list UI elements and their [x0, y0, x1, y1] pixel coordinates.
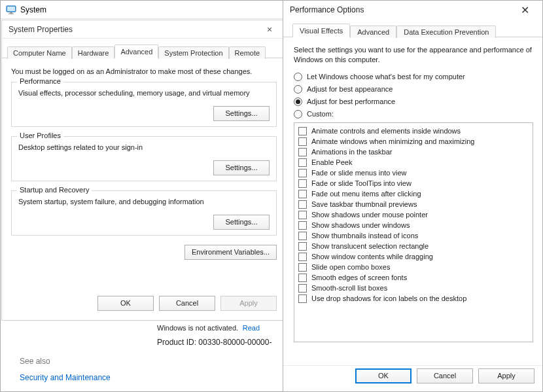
environment-variables-button[interactable]: Environment Variables... [184, 245, 277, 260]
checkbox-icon [298, 211, 307, 219]
checkbox-icon [298, 274, 307, 282]
visual-effects-list: Animate controls and elements inside win… [294, 122, 533, 342]
visual-effect-option[interactable]: Show shadows under windows [298, 221, 529, 230]
visual-effect-option[interactable]: Save taskbar thumbnail previews [298, 200, 529, 209]
visual-effect-label: Smooth-scroll list boxes [311, 284, 387, 292]
checkbox-icon [298, 242, 307, 251]
tab-hardware[interactable]: Hardware [72, 46, 115, 59]
read-link[interactable]: Read [243, 324, 260, 332]
visual-effect-option[interactable]: Show thumbnails instead of icons [298, 232, 529, 240]
product-id: Product ID: 00330-80000-00000- [157, 338, 272, 347]
checkbox-icon [298, 253, 307, 261]
user-profiles-settings-button[interactable]: Settings... [213, 160, 270, 175]
tab-dep[interactable]: Data Execution Prevention [396, 26, 496, 38]
radio-let-windows-choose[interactable]: Let Windows choose what's best for my co… [294, 73, 533, 81]
visual-effect-option[interactable]: Fade out menu items after clicking [298, 190, 529, 198]
checkbox-icon [298, 158, 307, 167]
security-maintenance-link[interactable]: Security and Maintenance [20, 373, 111, 382]
performance-options-dialog: Performance Options ✕ Visual Effects Adv… [283, 0, 543, 392]
checkbox-icon [298, 284, 307, 293]
visual-effect-label: Slide open combo boxes [311, 263, 390, 271]
checkbox-icon [298, 294, 307, 303]
radio-label: Adjust for best appearance [307, 85, 393, 93]
visual-effect-option[interactable]: Animate windows when minimizing and maxi… [298, 137, 529, 146]
visual-effect-label: Show window contents while dragging [311, 253, 433, 260]
tab-computer-name[interactable]: Computer Name [7, 46, 72, 59]
cancel-button[interactable]: Cancel [159, 296, 215, 311]
cancel-button[interactable]: Cancel [417, 368, 473, 383]
radio-icon [294, 85, 302, 94]
ok-button[interactable]: OK [355, 368, 412, 383]
radio-best-appearance[interactable]: Adjust for best appearance [294, 85, 533, 94]
visual-effect-label: Animate controls and elements inside win… [311, 127, 461, 135]
apply-button[interactable]: Apply [220, 296, 277, 311]
visual-effect-label: Animations in the taskbar [311, 148, 393, 156]
close-icon[interactable]: ✕ [514, 4, 536, 16]
admin-notice: You must be logged on as an Administrato… [11, 67, 277, 75]
performance-group: Performance Visual effects, processor sc… [11, 82, 277, 127]
visual-effect-label: Enable Peek [311, 158, 352, 166]
radio-icon [294, 110, 302, 118]
visual-effect-label: Smooth edges of screen fonts [311, 274, 407, 281]
visual-effect-option[interactable]: Smooth edges of screen fonts [298, 274, 529, 282]
checkbox-icon [298, 232, 307, 240]
startup-recovery-settings-button[interactable]: Settings... [213, 215, 270, 230]
checkbox-icon [298, 200, 307, 209]
system-properties-footer: OK Cancel Apply [2, 293, 286, 320]
system-properties-tabs: Computer Name Hardware Advanced System P… [2, 39, 286, 58]
system-window-title: System [20, 5, 46, 14]
checkbox-icon [298, 127, 307, 135]
monitor-icon [6, 5, 16, 14]
radio-icon [294, 98, 302, 106]
visual-effect-label: Show translucent selection rectangle [311, 242, 429, 250]
tab-visual-effects[interactable]: Visual Effects [292, 24, 350, 37]
visual-effect-option[interactable]: Animate controls and elements inside win… [298, 127, 529, 135]
checkbox-icon [298, 190, 307, 198]
svg-rect-2 [10, 12, 12, 14]
user-profiles-legend: User Profiles [17, 132, 63, 139]
ok-button[interactable]: OK [97, 296, 154, 311]
apply-button[interactable]: Apply [478, 368, 534, 383]
tab-advanced[interactable]: Advanced [350, 26, 396, 38]
system-properties-titlebar: System Properties × [2, 20, 286, 39]
checkbox-icon [298, 137, 307, 146]
checkbox-icon [298, 169, 307, 177]
radio-best-performance[interactable]: Adjust for best performance [294, 98, 533, 106]
see-also-heading: See also [20, 357, 50, 366]
performance-legend: Performance [17, 77, 63, 85]
close-icon[interactable]: × [260, 24, 279, 35]
system-properties-body: You must be logged on as an Administrato… [2, 58, 286, 272]
visual-effect-option[interactable]: Animations in the taskbar [298, 148, 529, 156]
checkbox-icon [298, 263, 307, 272]
tab-advanced[interactable]: Advanced [114, 45, 158, 58]
visual-effect-label: Show shadows under windows [311, 221, 410, 229]
checkbox-icon [298, 148, 307, 156]
visual-effect-option[interactable]: Fade or slide ToolTips into view [298, 179, 529, 188]
visual-effect-option[interactable]: Fade or slide menus into view [298, 169, 529, 177]
visual-effect-label: Animate windows when minimizing and maxi… [311, 137, 474, 145]
radio-label: Custom: [307, 110, 334, 118]
performance-options-body: Select the settings you want to use for … [283, 37, 542, 342]
visual-effect-option[interactable]: Show window contents while dragging [298, 253, 529, 261]
visual-effect-option[interactable]: Slide open combo boxes [298, 263, 529, 272]
checkbox-icon [298, 179, 307, 188]
radio-custom[interactable]: Custom: [294, 110, 533, 118]
visual-effect-option[interactable]: Use drop shadows for icon labels on the … [298, 294, 529, 303]
tab-system-protection[interactable]: System Protection [158, 46, 228, 59]
tab-remote[interactable]: Remote [229, 46, 266, 59]
performance-settings-button[interactable]: Settings... [213, 106, 270, 121]
radio-label: Adjust for best performance [307, 98, 395, 105]
performance-options-titlebar: Performance Options ✕ [283, 1, 542, 19]
visual-effect-option[interactable]: Show translucent selection rectangle [298, 242, 529, 251]
radio-label: Let Windows choose what's best for my co… [307, 73, 465, 80]
radio-icon [294, 73, 302, 81]
visual-effect-option[interactable]: Show shadows under mouse pointer [298, 211, 529, 219]
startup-recovery-desc: System startup, system failure, and debu… [18, 198, 270, 205]
visual-effect-option[interactable]: Smooth-scroll list boxes [298, 284, 529, 293]
performance-options-footer: OK Cancel Apply [283, 365, 542, 391]
system-properties-title: System Properties [9, 25, 73, 34]
visual-effect-label: Use drop shadows for icon labels on the … [311, 294, 466, 302]
visual-effect-label: Fade or slide menus into view [311, 169, 407, 177]
user-profiles-group: User Profiles Desktop settings related t… [11, 136, 277, 181]
visual-effect-option[interactable]: Enable Peek [298, 158, 529, 167]
